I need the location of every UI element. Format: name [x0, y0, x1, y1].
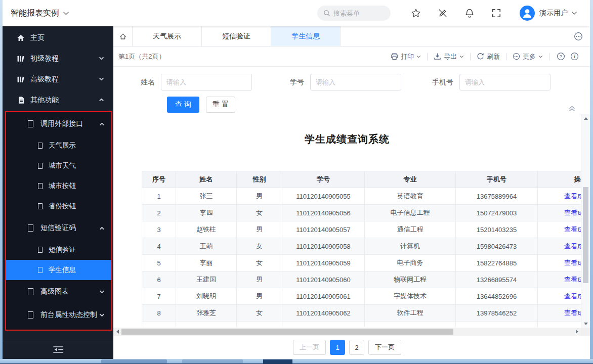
table-cell: 女 — [237, 305, 282, 322]
menu-search[interactable] — [317, 6, 391, 21]
table-cell: 110120140905060 — [282, 271, 365, 288]
sidebar-item-label: 学生信息 — [49, 265, 76, 275]
table-cell: 110120140905057 — [282, 221, 365, 238]
sidebar-highlighted-group: 调用外部接口天气展示城市天气城市按钮省份按钮短信验证码短信验证学生信息高级图表前… — [5, 111, 112, 331]
export-label: 导出 — [444, 52, 457, 61]
table-cell: 1 — [142, 188, 176, 205]
table-cell: 男 — [237, 188, 282, 205]
sidebar-item-city-button[interactable]: 城市按钮 — [6, 176, 111, 196]
field-name: 姓名 — [134, 74, 283, 90]
chevron-up-icon — [99, 225, 105, 231]
vertical-scroll-thumb[interactable] — [583, 187, 588, 283]
refresh-button[interactable]: 刷新 — [477, 52, 500, 61]
chevron-down-icon — [99, 289, 105, 295]
tab-student-info[interactable]: 学生信息 — [271, 26, 341, 46]
student-no-input[interactable] — [310, 74, 401, 90]
search-input[interactable] — [333, 10, 384, 17]
app-switcher[interactable]: 智能报表实例 — [11, 8, 69, 19]
report-title: 学生成绩查询系统 — [113, 132, 581, 146]
sidebar-item-sms-code[interactable]: 短信验证码 — [6, 216, 111, 240]
table-cell: 男 — [237, 271, 282, 288]
svg-text:i: i — [574, 54, 575, 59]
help-button[interactable]: ? — [557, 52, 565, 61]
prev-page-button[interactable]: 上一页 — [293, 340, 326, 355]
search-button[interactable]: 查 询 — [167, 97, 199, 113]
table-cell: 5 — [142, 255, 176, 271]
chevron-down-icon — [459, 55, 464, 58]
divider — [427, 53, 428, 60]
sidebar-item-basic-tutorial[interactable]: 初级教程 — [3, 48, 113, 69]
horizontal-scrollbar[interactable] — [113, 328, 581, 336]
ellipsis-circle-icon — [513, 53, 520, 60]
more-button[interactable]: 更多 — [513, 52, 543, 61]
tab-home[interactable] — [113, 26, 133, 46]
table-cell: 王建国 — [176, 271, 237, 288]
sidebar-item-external-api[interactable]: 调用外部接口 — [6, 112, 111, 135]
table-cell: 李四 — [176, 205, 237, 221]
table-cell: 2 — [142, 205, 176, 221]
doc-icon — [16, 96, 25, 104]
table-cell — [237, 322, 282, 327]
info-button[interactable]: i — [570, 52, 579, 61]
sidebar-item-label: 城市按钮 — [49, 181, 76, 191]
sidebar-item-city-weather[interactable]: 城市天气 — [6, 156, 111, 176]
sidebar-item-sms-verify[interactable]: 短信验证 — [6, 240, 111, 260]
scroll-right-arrow[interactable] — [573, 328, 581, 336]
column-header: 学号 — [282, 171, 365, 188]
next-page-button[interactable]: 下一页 — [368, 340, 401, 355]
sidebar-item-advanced-charts[interactable]: 高级图表 — [6, 280, 111, 303]
table-cell: 女 — [237, 205, 282, 221]
pencil-slash-icon[interactable] — [438, 8, 448, 18]
page-button-1[interactable]: 1 — [330, 340, 345, 355]
scroll-up-arrow[interactable] — [581, 114, 590, 122]
page-button-2[interactable]: 2 — [349, 340, 364, 355]
sidebar-top-items: 主页初级教程高级教程其他功能 — [3, 26, 113, 110]
collapse-panel-icon[interactable] — [568, 105, 576, 112]
sidebar-item-advanced-tutorial[interactable]: 高级教程 — [3, 69, 113, 89]
notification-bell-icon[interactable] — [464, 8, 475, 18]
chevron-down-icon — [99, 312, 105, 318]
sidebar-item-frontend-dynamic-control[interactable]: 前台属性动态控制 — [6, 303, 111, 327]
pagination: 上一页12下一页 — [113, 340, 581, 355]
export-button[interactable]: 导出 — [434, 52, 464, 61]
placeholder-box-icon — [28, 311, 33, 318]
browser-window: 智能报表实例 — [0, 0, 593, 364]
tab-sms-verify[interactable]: 短信验证 — [202, 26, 271, 46]
name-input[interactable] — [161, 74, 252, 90]
sidebar-item-province-button[interactable]: 省份按钮 — [6, 196, 111, 216]
fullscreen-icon[interactable] — [491, 8, 501, 18]
chevron-down-icon — [99, 76, 104, 82]
table-cell: 6 — [142, 271, 176, 288]
tab-more-button[interactable] — [574, 32, 583, 41]
print-button[interactable]: 打印 — [391, 52, 421, 61]
phone-input[interactable] — [459, 74, 550, 90]
scroll-down-arrow[interactable] — [581, 320, 590, 328]
favorite-star-icon[interactable] — [411, 8, 421, 18]
vertical-scrollbar[interactable] — [581, 114, 590, 328]
sidebar-item-label: 其他功能 — [30, 96, 59, 105]
table-cell: 李丽 — [176, 255, 237, 271]
reset-button[interactable]: 重 置 — [206, 97, 235, 113]
table-row: 6王建国男110120140905060物联网工程13266895574查看成绩… — [142, 271, 590, 288]
sidebar-item-weather-display[interactable]: 天气展示 — [6, 135, 111, 156]
table-cell: 15822764885 — [456, 255, 538, 271]
sidebar-item-home[interactable]: 主页 — [3, 27, 113, 48]
table-cell: 电子信息工程 — [365, 205, 456, 221]
chevron-up-icon — [99, 121, 105, 127]
scroll-left-arrow[interactable] — [113, 328, 121, 336]
sidebar-item-label: 调用外部接口 — [40, 119, 83, 128]
sidebar-collapse-button[interactable] — [3, 340, 113, 359]
table-row: 2李四女110120140905056电子信息工程15072479003查看成绩… — [142, 205, 590, 221]
window-frame-bottom — [0, 359, 593, 364]
sidebar-item-student-info[interactable]: 学生信息 — [6, 260, 111, 280]
tab-weather-display[interactable]: 天气展示 — [133, 26, 202, 46]
divider — [549, 53, 549, 60]
sidebar-item-other-functions[interactable]: 其他功能 — [3, 89, 113, 110]
students-table-wrap: 序号姓名性别学号专业手机号操作 1张三男110120140905055英语教育1… — [142, 171, 590, 327]
filter-buttons: 查 询 重 置 — [167, 97, 235, 113]
table-cell — [456, 322, 538, 327]
home-outline-icon — [119, 32, 127, 40]
user-menu[interactable]: 演示用户 — [520, 6, 577, 21]
horizontal-scroll-thumb[interactable] — [121, 329, 453, 335]
refresh-icon — [477, 53, 484, 60]
